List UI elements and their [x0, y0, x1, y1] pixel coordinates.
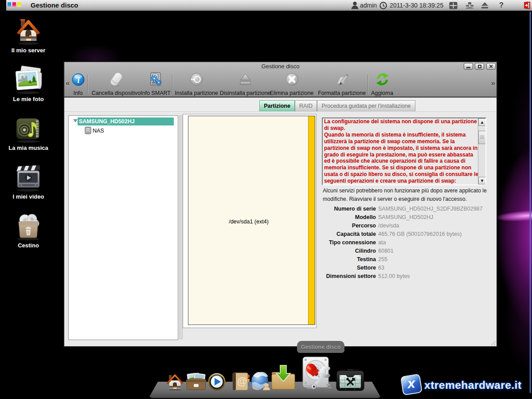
svg-text:@: @ [237, 376, 247, 387]
